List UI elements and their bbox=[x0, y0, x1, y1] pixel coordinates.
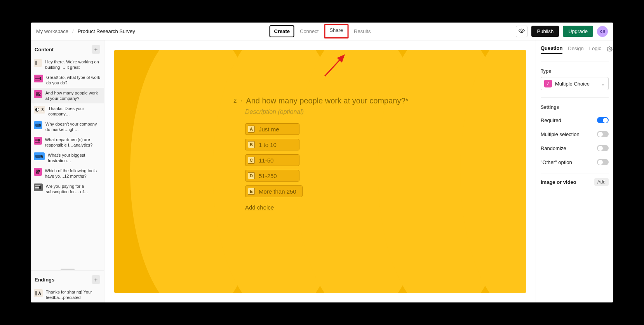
sidebar-content-header: Content + bbox=[31, 40, 104, 57]
top-bar: My workspace / Product Research Survey C… bbox=[31, 23, 613, 40]
question-title-input[interactable]: And how many people work at your company… bbox=[246, 96, 408, 105]
choice-item[interactable]: E More than 250 bbox=[245, 185, 303, 197]
sidebar-item-label: Why doesn't your company do market…igh… bbox=[45, 121, 101, 132]
sidebar-item[interactable]: 3 Thanks. Does your company… bbox=[31, 103, 104, 119]
app-shell: My workspace / Product Research Survey C… bbox=[31, 23, 613, 302]
setting-multiple: Multiple selection bbox=[541, 127, 609, 141]
sidebar-item[interactable]: 4 Why doesn't your company do market…igh… bbox=[31, 119, 104, 135]
media-label: Image or video bbox=[541, 179, 576, 185]
sidebar-item[interactable]: 8 Are you paying for a subscription for…… bbox=[31, 181, 104, 197]
long-text-icon: 4 bbox=[34, 121, 42, 129]
sidebar-endings-label: Endings bbox=[35, 277, 54, 283]
choices-list: A Just me B 1 to 10 C 11-50 D bbox=[245, 123, 408, 197]
add-media-button[interactable]: Add bbox=[594, 178, 609, 186]
rtab-design[interactable]: Design bbox=[568, 45, 583, 54]
add-question-button[interactable]: + bbox=[92, 45, 100, 54]
choice-item[interactable]: C 11-50 bbox=[245, 154, 299, 166]
yes-no-icon: 3 bbox=[34, 106, 45, 114]
choice-item[interactable]: A Just me bbox=[245, 123, 299, 135]
tab-share[interactable]: Share bbox=[324, 24, 348, 38]
sidebar-item-label: Are you paying for a subscription for… o… bbox=[46, 183, 101, 194]
svg-point-0 bbox=[521, 30, 522, 31]
choice-key: C bbox=[248, 157, 255, 164]
setting-required: Required bbox=[541, 113, 609, 127]
setting-other: "Other" option bbox=[541, 155, 609, 169]
sidebar-item[interactable]: 7 Which of the following tools have yo…1… bbox=[31, 166, 104, 181]
sidebar-item-label: Thanks. Does your company… bbox=[48, 106, 101, 117]
main-tabs: Create Connect Share Results bbox=[270, 24, 375, 38]
sidebar-item[interactable]: 2 And how many people work at your compa… bbox=[31, 88, 104, 103]
sidebar-ending-item[interactable]: A Thanks for sharing! Your feedba…precia… bbox=[31, 287, 104, 302]
choice-item[interactable]: B 1 to 10 bbox=[245, 139, 299, 150]
sidebar-item[interactable]: 6 What's your biggest frustration… bbox=[31, 150, 104, 166]
svg-point-1 bbox=[609, 48, 611, 50]
check-icon: ✓ bbox=[544, 80, 552, 87]
form-canvas: 2 → And how many people work at your com… bbox=[114, 50, 526, 293]
choice-label: More than 250 bbox=[259, 188, 296, 195]
choice-label: 51-250 bbox=[259, 173, 277, 179]
choice-key: B bbox=[248, 141, 255, 148]
rtab-logic[interactable]: Logic bbox=[589, 45, 601, 54]
sidebar-list: Hey there. We're working on building … i… bbox=[31, 57, 104, 267]
breadcrumb-current[interactable]: Product Research Survey bbox=[78, 28, 135, 34]
right-tabs: Question Design Logic bbox=[541, 45, 609, 57]
long-text-icon: 6 bbox=[34, 152, 45, 160]
gear-icon[interactable] bbox=[607, 46, 613, 53]
eye-icon bbox=[519, 28, 525, 35]
chevron-down-icon: ⌄ bbox=[601, 81, 605, 87]
question-description-input[interactable]: Description (optional) bbox=[245, 108, 408, 115]
question-number: 2 → bbox=[233, 97, 243, 104]
breadcrumb: My workspace / Product Research Survey bbox=[36, 28, 135, 34]
toggle-required[interactable] bbox=[597, 117, 609, 123]
toggle-randomize[interactable] bbox=[597, 145, 609, 151]
multiple-choice-icon: 5 bbox=[34, 137, 42, 145]
breadcrumb-workspace[interactable]: My workspace bbox=[36, 28, 68, 34]
sidebar-item[interactable]: 1 Great! So, what type of work do you do… bbox=[31, 72, 104, 88]
avatar[interactable]: KS bbox=[597, 26, 608, 37]
publish-button[interactable]: Publish bbox=[531, 26, 559, 37]
multiple-choice-icon: 7 bbox=[34, 168, 42, 176]
ending-icon: A bbox=[34, 289, 43, 297]
arrow-right-icon: → bbox=[238, 98, 243, 103]
tab-create[interactable]: Create bbox=[270, 25, 294, 37]
welcome-screen-icon bbox=[34, 59, 42, 67]
sidebar-endings: Endings + A Thanks for sharing! Your fee… bbox=[31, 270, 104, 302]
sidebar-item-label: Hey there. We're working on building … i… bbox=[45, 59, 101, 70]
sidebar-item-label: And how many people work at your company… bbox=[45, 90, 101, 101]
choice-item[interactable]: D 51-250 bbox=[245, 170, 299, 182]
media-section: Image or video Add bbox=[541, 178, 609, 186]
main-layout: Content + Hey there. We're working on bu… bbox=[31, 40, 613, 302]
preview-button[interactable] bbox=[516, 26, 527, 37]
sidebar-item[interactable]: 5 What department(s) are responsible f…a… bbox=[31, 135, 104, 150]
rtab-question[interactable]: Question bbox=[541, 45, 562, 54]
toggle-other-option[interactable] bbox=[597, 159, 609, 165]
sidebar-item-label: What's your biggest frustration… bbox=[48, 152, 101, 163]
choice-key: E bbox=[248, 188, 255, 195]
top-right: Publish Upgrade KS bbox=[516, 26, 608, 37]
choice-label: Just me bbox=[259, 126, 279, 133]
choice-label: 1 to 10 bbox=[259, 142, 277, 148]
sidebar-item-label: Great! So, what type of work do you do? bbox=[46, 75, 101, 86]
statement-icon: 8 bbox=[34, 183, 43, 191]
choice-key: D bbox=[248, 172, 255, 179]
tab-results[interactable]: Results bbox=[350, 26, 374, 37]
toggle-multiple-selection[interactable] bbox=[597, 131, 609, 137]
tab-connect[interactable]: Connect bbox=[296, 26, 322, 37]
sidebar-item-label: Which of the following tools have yo…12 … bbox=[45, 168, 101, 179]
choice-key: A bbox=[248, 126, 255, 133]
multiple-choice-icon: 1 bbox=[34, 75, 43, 82]
add-ending-button[interactable]: + bbox=[92, 275, 100, 284]
setting-randomize: Randomize bbox=[541, 141, 609, 155]
sidebar-item[interactable]: Hey there. We're working on building … i… bbox=[31, 57, 104, 72]
sidebar-content-label: Content bbox=[35, 47, 54, 52]
question-type-select[interactable]: ✓ Multiple Choice ⌄ bbox=[541, 77, 609, 90]
upgrade-button[interactable]: Upgrade bbox=[563, 26, 593, 37]
multiple-choice-icon: 2 bbox=[34, 90, 42, 98]
right-panel: Question Design Logic Type ✓ Multiple Ch… bbox=[536, 40, 613, 302]
canvas-wrap: 2 → And how many people work at your com… bbox=[104, 40, 536, 302]
sidebar: Content + Hey there. We're working on bu… bbox=[31, 40, 104, 302]
sidebar-endings-header: Endings + bbox=[31, 271, 104, 287]
sidebar-item-label: Thanks for sharing! Your feedba…preciate… bbox=[46, 289, 101, 300]
settings-section-label: Settings bbox=[541, 105, 609, 110]
add-choice-button[interactable]: Add choice bbox=[245, 204, 408, 211]
